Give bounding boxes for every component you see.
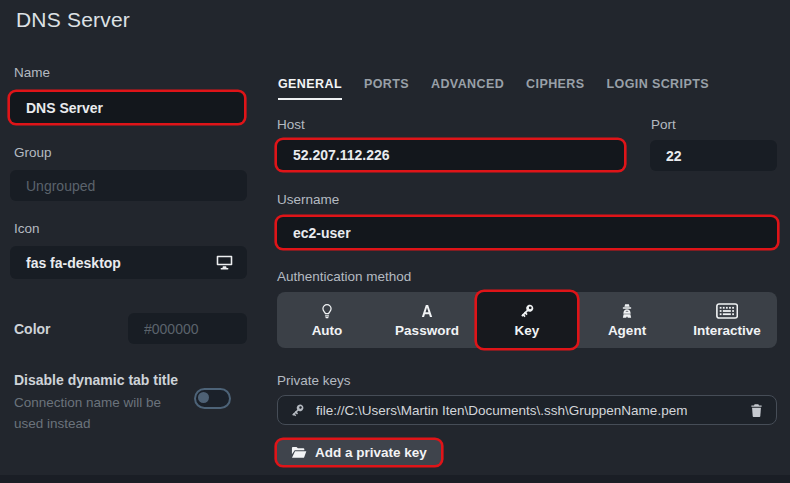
host-label: Host bbox=[277, 117, 305, 132]
host-input[interactable] bbox=[277, 140, 624, 170]
folder-open-icon bbox=[291, 446, 307, 459]
port-label: Port bbox=[651, 117, 676, 132]
tab-general[interactable]: GENERAL bbox=[278, 77, 342, 100]
add-private-key-button[interactable]: Add a private key bbox=[277, 440, 441, 465]
key-icon bbox=[519, 303, 535, 319]
trash-icon[interactable] bbox=[749, 403, 764, 418]
page-title: DNS Server bbox=[16, 8, 130, 32]
connection-settings-page: DNS Server Name Group Icon fas fa-deskto… bbox=[0, 0, 790, 483]
icon-input[interactable]: fas fa-desktop bbox=[10, 246, 247, 279]
lightbulb-icon bbox=[319, 303, 335, 319]
auth-method-group: Auto Password Key bbox=[277, 292, 777, 348]
username-label: Username bbox=[277, 192, 339, 207]
port-input[interactable] bbox=[650, 140, 777, 171]
tab-ports[interactable]: PORTS bbox=[364, 77, 409, 100]
auth-method-label: Authentication method bbox=[277, 269, 411, 284]
icon-label: Icon bbox=[14, 221, 40, 236]
group-input[interactable] bbox=[10, 170, 247, 201]
tab-advanced[interactable]: ADVANCED bbox=[431, 77, 504, 100]
dynamic-tab-title-label: Disable dynamic tab title bbox=[14, 372, 178, 388]
auth-option-auto[interactable]: Auto bbox=[277, 292, 377, 348]
dynamic-tab-title-toggle[interactable] bbox=[194, 388, 231, 409]
private-key-item: file://C:\Users\Martin Iten\Documents\.s… bbox=[277, 395, 777, 425]
agent-icon bbox=[619, 303, 635, 319]
color-label: Color bbox=[14, 321, 51, 337]
auth-option-agent[interactable]: Agent bbox=[577, 292, 677, 348]
tab-login-scripts[interactable]: LOGIN SCRIPTS bbox=[606, 77, 708, 100]
bottom-divider bbox=[0, 475, 790, 483]
group-label: Group bbox=[14, 145, 52, 160]
name-label: Name bbox=[14, 65, 50, 80]
auth-option-key[interactable]: Key bbox=[477, 292, 577, 348]
settings-tabs: GENERAL PORTS ADVANCED CIPHERS LOGIN SCR… bbox=[278, 77, 731, 100]
key-icon bbox=[290, 403, 305, 418]
icon-value: fas fa-desktop bbox=[26, 255, 216, 271]
toggle-knob bbox=[198, 392, 209, 403]
color-input[interactable] bbox=[128, 313, 247, 344]
desktop-icon bbox=[216, 255, 233, 270]
auth-option-interactive[interactable]: Interactive bbox=[677, 292, 777, 348]
dynamic-tab-title-description: Connection name will be used instead bbox=[14, 392, 194, 434]
name-input[interactable] bbox=[10, 92, 244, 123]
username-input[interactable] bbox=[277, 217, 777, 248]
auth-option-password[interactable]: Password bbox=[377, 292, 477, 348]
keyboard-icon bbox=[716, 303, 738, 319]
private-keys-label: Private keys bbox=[277, 373, 351, 388]
font-icon bbox=[419, 303, 435, 319]
private-key-path: file://C:\Users\Martin Iten\Documents\.s… bbox=[316, 403, 687, 418]
tab-ciphers[interactable]: CIPHERS bbox=[526, 77, 584, 100]
